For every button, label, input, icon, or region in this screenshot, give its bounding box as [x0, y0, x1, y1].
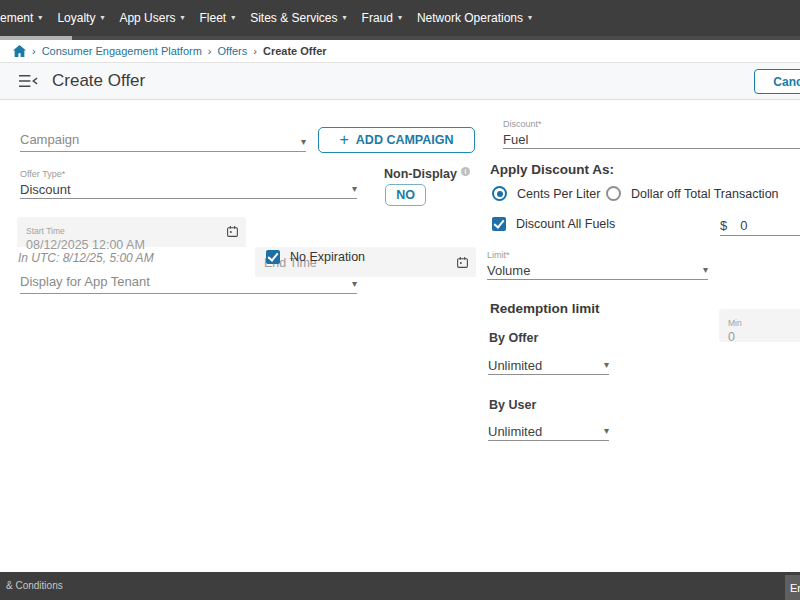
nav-item-engagement[interactable]: ement ▾ [0, 11, 42, 25]
offer-type-value: Discount [20, 182, 71, 197]
by-user-label: By User [489, 398, 536, 412]
apply-discount-heading: Apply Discount As: [490, 162, 614, 177]
discount-field: Discount* Fuel [503, 119, 800, 149]
breadcrumb-separator: › [32, 45, 36, 57]
currency-prefix: $ [720, 218, 727, 233]
cents-per-liter-radio[interactable] [492, 186, 507, 201]
create-offer-page: ement ▾ Loyalty ▾ App Users ▾ Fleet ▾ Si… [0, 0, 800, 600]
by-offer-select[interactable]: Unlimited ▾ [488, 356, 609, 375]
nav-item-fraud[interactable]: Fraud ▾ [362, 11, 402, 25]
non-display-label: Non-Display [384, 167, 457, 181]
breadcrumb-link-offers[interactable]: Offers [218, 45, 248, 57]
breadcrumb-link-cep[interactable]: Consumer Engagement Platform [42, 45, 202, 57]
breadcrumb: › Consumer Engagement Platform › Offers … [0, 40, 800, 62]
amount-input[interactable]: 0 [740, 218, 747, 233]
add-campaign-label: ADD CAMPAIGN [356, 133, 454, 147]
language-button[interactable]: En [785, 575, 800, 600]
cancel-button[interactable]: Cancel [754, 69, 800, 94]
min-value: 0 [728, 330, 800, 345]
info-icon[interactable]: i [461, 167, 470, 176]
no-expiration-row: No Expiration [266, 250, 365, 264]
chevron-down-icon: ▾ [398, 14, 402, 22]
discount-all-fuels-row: Discount All Fuels [492, 217, 615, 231]
nav-item-fleet[interactable]: Fleet ▾ [199, 11, 235, 25]
by-user-value: Unlimited [488, 424, 542, 439]
amount-field: $ 0 [720, 215, 800, 236]
nav-item-app-users[interactable]: App Users ▾ [119, 11, 184, 25]
display-for-app-tenant-placeholder: Display for App Tenant [20, 274, 150, 289]
chevron-down-icon: ▾ [100, 14, 104, 22]
chevron-down-icon: ▾ [352, 184, 357, 194]
nav-item-label: Loyalty [57, 11, 95, 25]
dollar-off-label: Dollar off Total Transaction [631, 187, 779, 201]
no-expiration-label: No Expiration [290, 250, 365, 264]
redemption-limit-heading: Redemption limit [490, 301, 600, 316]
min-field: Min 0 [719, 309, 800, 342]
nav-item-label: Network Operations [417, 11, 523, 25]
no-expiration-checkbox[interactable] [266, 250, 280, 264]
by-offer-value: Unlimited [488, 358, 542, 373]
nav-item-loyalty[interactable]: Loyalty ▾ [57, 11, 104, 25]
min-label: Min [728, 318, 742, 328]
limit-field: Limit* Volume ▾ [487, 250, 708, 280]
campaign-placeholder: Campaign [20, 132, 79, 147]
nav-item-sites-services[interactable]: Sites & Services ▾ [250, 11, 346, 25]
home-icon[interactable] [13, 45, 26, 57]
calendar-icon[interactable] [226, 225, 239, 238]
offer-type-label: Offer Type* [20, 169, 357, 180]
breadcrumb-separator: › [208, 45, 212, 57]
calendar-icon[interactable] [456, 256, 469, 269]
chevron-down-icon: ▾ [703, 265, 708, 275]
non-display-label-row: Non-Displayi [384, 167, 470, 181]
radio-cents-per-liter-row: Cents Per Liter [492, 186, 600, 201]
nav-item-label: Fraud [362, 11, 393, 25]
plus-icon: + [339, 132, 348, 148]
radio-dollar-off-row: Dollar off Total Transaction [606, 186, 779, 201]
nav-item-label: App Users [119, 11, 175, 25]
discount-label: Discount* [503, 119, 800, 130]
display-for-app-tenant-select[interactable]: Display for App Tenant ▾ [20, 275, 357, 294]
add-campaign-button[interactable]: + ADD CAMPAIGN [318, 127, 475, 153]
chevron-down-icon: ▾ [38, 14, 42, 22]
chevron-down-icon: ▾ [301, 137, 306, 147]
utc-note: In UTC: 8/12/25, 5:00 AM [18, 251, 154, 265]
title-bar: Create Offer [0, 62, 800, 100]
chevron-down-icon: ▾ [604, 360, 609, 370]
nav-item-network-operations[interactable]: Network Operations ▾ [417, 11, 532, 25]
nav-item-label: Sites & Services [250, 11, 337, 25]
discount-select[interactable]: Fuel [503, 130, 800, 149]
by-offer-label: By Offer [489, 331, 538, 345]
limit-label: Limit* [487, 250, 708, 261]
cents-per-liter-label: Cents Per Liter [517, 187, 600, 201]
nav-item-label: ement [0, 11, 33, 25]
non-display-toggle[interactable]: NO [385, 184, 426, 206]
terms-link[interactable]: & Conditions [6, 580, 63, 591]
discount-value: Fuel [503, 132, 528, 147]
breadcrumb-current: Create Offer [263, 45, 327, 57]
offer-type-select[interactable]: Discount ▾ [20, 180, 357, 199]
chevron-down-icon: ▾ [604, 426, 609, 436]
discount-all-fuels-label: Discount All Fuels [516, 217, 615, 231]
chevron-down-icon: ▾ [180, 14, 184, 22]
collapse-menu-icon[interactable] [19, 74, 38, 88]
dollar-off-radio[interactable] [606, 186, 621, 201]
offer-type-field: Offer Type* Discount ▾ [20, 169, 357, 199]
start-time-field[interactable]: Start Time 08/12/2025 12:00 AM [17, 217, 246, 247]
limit-value: Volume [487, 263, 530, 278]
start-time-label: Start Time [26, 226, 65, 236]
campaign-select[interactable]: Campaign ▾ [20, 127, 306, 152]
top-nav: ement ▾ Loyalty ▾ App Users ▾ Fleet ▾ Si… [0, 0, 800, 36]
limit-select[interactable]: Volume ▾ [487, 261, 708, 280]
nav-item-label: Fleet [199, 11, 226, 25]
breadcrumb-separator: › [253, 45, 257, 57]
chevron-down-icon: ▾ [343, 14, 347, 22]
chevron-down-icon: ▾ [528, 14, 532, 22]
by-user-select[interactable]: Unlimited ▾ [488, 422, 609, 441]
page-title: Create Offer [52, 71, 145, 91]
footer: & Conditions [0, 572, 800, 600]
chevron-down-icon: ▾ [352, 279, 357, 289]
chevron-down-icon: ▾ [231, 14, 235, 22]
discount-all-fuels-checkbox[interactable] [492, 217, 506, 231]
